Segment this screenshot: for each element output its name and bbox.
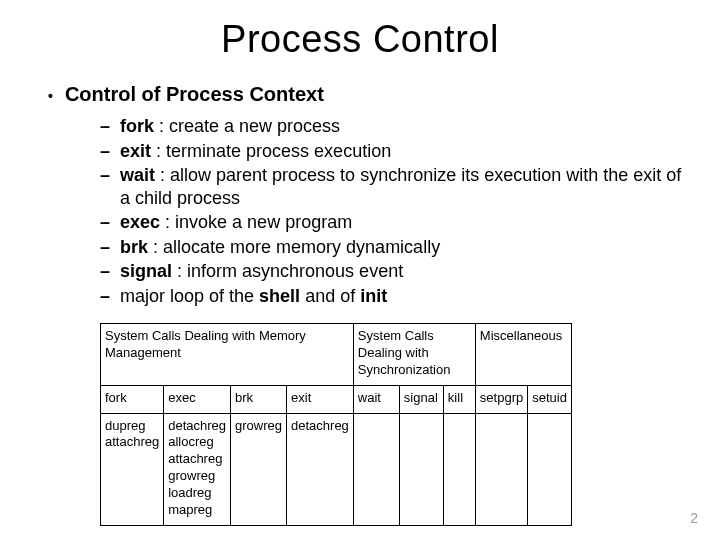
trailing-bold2: init <box>360 286 387 306</box>
cell: detachreg allocreg attachreg growreg loa… <box>164 413 231 525</box>
bullet-level2-list: – fork : create a new process – exit : t… <box>100 115 684 307</box>
item-text: signal : inform asynchronous event <box>120 260 403 283</box>
item-term: fork <box>120 116 154 136</box>
item-desc: : terminate process execution <box>151 141 391 161</box>
item-term: exit <box>120 141 151 161</box>
cell: setpgrp <box>475 385 527 413</box>
item-desc: : allocate more memory dynamically <box>148 237 440 257</box>
trailing-pre: major loop of the <box>120 286 259 306</box>
list-item: – major loop of the shell and of init <box>100 285 684 308</box>
item-text: major loop of the shell and of init <box>120 285 387 308</box>
dash-icon: – <box>100 164 110 187</box>
dash-icon: – <box>100 260 110 283</box>
slide: Process Control • Control of Process Con… <box>0 0 720 540</box>
bullet-level1: • Control of Process Context <box>48 83 684 109</box>
item-text: wait : allow parent process to synchroni… <box>120 164 684 209</box>
bullet-dot-icon: • <box>48 83 53 109</box>
item-term: brk <box>120 237 148 257</box>
cell: signal <box>399 385 443 413</box>
list-item: – fork : create a new process <box>100 115 684 138</box>
list-item: – brk : allocate more memory dynamically <box>100 236 684 259</box>
syscall-table-wrap: System Calls Dealing with Memory Managem… <box>100 323 684 526</box>
dash-icon: – <box>100 211 110 234</box>
syscall-table: System Calls Dealing with Memory Managem… <box>100 323 572 526</box>
cell <box>353 413 399 525</box>
group-header-sync: System Calls Dealing with Synchronizatio… <box>353 324 475 386</box>
trailing-mid: and of <box>300 286 360 306</box>
section-heading: Control of Process Context <box>65 83 324 106</box>
list-item: – exec : invoke a new program <box>100 211 684 234</box>
cell: setuid <box>528 385 572 413</box>
trailing-bold1: shell <box>259 286 300 306</box>
list-item: – exit : terminate process execution <box>100 140 684 163</box>
group-header-misc: Miscellaneous <box>475 324 571 386</box>
list-item: – wait : allow parent process to synchro… <box>100 164 684 209</box>
cell <box>399 413 443 525</box>
cell: fork <box>101 385 164 413</box>
dash-icon: – <box>100 236 110 259</box>
item-desc: : create a new process <box>154 116 340 136</box>
dash-icon: – <box>100 285 110 308</box>
item-text: exit : terminate process execution <box>120 140 391 163</box>
cell <box>528 413 572 525</box>
cell: growreg <box>231 413 287 525</box>
cell: exec <box>164 385 231 413</box>
cell: dupreg attachreg <box>101 413 164 525</box>
item-term: signal <box>120 261 172 281</box>
dash-icon: – <box>100 140 110 163</box>
item-text: exec : invoke a new program <box>120 211 352 234</box>
item-text: brk : allocate more memory dynamically <box>120 236 440 259</box>
cell: kill <box>443 385 475 413</box>
item-desc: : inform asynchronous event <box>172 261 403 281</box>
cell: detachreg <box>287 413 354 525</box>
item-term: exec <box>120 212 160 232</box>
item-desc: : invoke a new program <box>160 212 352 232</box>
cell <box>443 413 475 525</box>
item-desc: : allow parent process to synchronize it… <box>120 165 681 208</box>
section-bullet: • Control of Process Context <box>48 83 684 109</box>
cell: brk <box>231 385 287 413</box>
cell: exit <box>287 385 354 413</box>
group-header-memory: System Calls Dealing with Memory Managem… <box>101 324 354 386</box>
dash-icon: – <box>100 115 110 138</box>
table-header-row: System Calls Dealing with Memory Managem… <box>101 324 572 386</box>
table-row: dupreg attachreg detachreg allocreg atta… <box>101 413 572 525</box>
table-row: fork exec brk exit wait signal kill setp… <box>101 385 572 413</box>
item-term: wait <box>120 165 155 185</box>
list-item: – signal : inform asynchronous event <box>100 260 684 283</box>
cell: wait <box>353 385 399 413</box>
page-number: 2 <box>690 510 698 526</box>
slide-title: Process Control <box>36 18 684 61</box>
cell <box>475 413 527 525</box>
item-text: fork : create a new process <box>120 115 340 138</box>
